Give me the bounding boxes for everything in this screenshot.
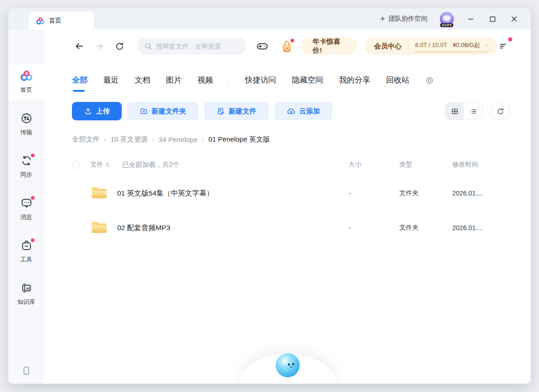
file-size: -: [349, 224, 399, 232]
transfer-icon: [20, 112, 33, 125]
tab-hidden-space[interactable]: 隐藏空间: [292, 75, 323, 86]
notification-dot: [31, 154, 35, 157]
games-button[interactable]: [254, 38, 271, 54]
app-tab-home[interactable]: 首页: [29, 12, 94, 30]
file-row[interactable]: 01 英文版54集（中英文字幕） - 文件夹 2026.01....: [72, 178, 509, 208]
column-header-modified[interactable]: 修改时间: [452, 160, 509, 169]
quota-progress-bar: [415, 51, 487, 53]
new-file-icon: [217, 107, 225, 115]
team-space-label: 团队协作空间: [389, 15, 427, 23]
breadcrumb-item[interactable]: 34 Penelope: [159, 136, 197, 143]
svg-text:AI: AI: [26, 286, 30, 291]
message-icon: [20, 197, 33, 209]
file-modified: 2026.01....: [452, 224, 509, 232]
sidebar-item-messages[interactable]: 消息: [8, 191, 44, 227]
file-list: 01 英文版54集（中英文字幕） - 文件夹 2026.01....: [72, 178, 509, 247]
sidebar-label-tools: 工具: [20, 255, 32, 264]
view-controls: [445, 102, 509, 120]
sidebar-item-home[interactable]: 首页: [8, 64, 44, 100]
upload-label: 上传: [96, 107, 110, 116]
upload-button[interactable]: 上传: [72, 102, 122, 120]
tab-images[interactable]: 图片: [166, 75, 182, 86]
mobile-app-button[interactable]: [8, 365, 44, 376]
sidebar-label-knowledge: 知识库: [18, 298, 36, 306]
gamepad-icon: [256, 40, 269, 53]
tab-quick-access[interactable]: 快捷访问: [245, 75, 276, 86]
new-file-button[interactable]: 新建文件: [204, 102, 269, 120]
refresh-button[interactable]: [113, 38, 127, 54]
row-checkbox-placeholder: [72, 224, 79, 232]
member-center-label: 会员中心: [374, 42, 402, 51]
team-space-button[interactable]: + 团队协作空间: [380, 15, 427, 23]
quota-used: 8.0T / 10.0T: [415, 42, 447, 48]
search-icon: [144, 42, 152, 50]
cloud-add-button[interactable]: 云添加: [274, 102, 332, 120]
file-size: -: [349, 190, 399, 197]
notification-dot: [31, 238, 35, 242]
tab-all[interactable]: 全部: [72, 75, 88, 86]
promo-banner[interactable]: 年卡惊喜价!: [302, 37, 357, 55]
action-bar: 上传 新建文件夹: [72, 102, 509, 120]
gift-button[interactable]: [278, 38, 296, 54]
search-bar[interactable]: [137, 38, 247, 54]
column-header-type[interactable]: 类型: [399, 160, 452, 169]
column-header-name[interactable]: 文件: [90, 160, 109, 169]
minimize-button[interactable]: [466, 14, 475, 24]
list-view-button[interactable]: [464, 103, 482, 119]
tab-title: 首页: [49, 17, 61, 25]
breadcrumb-item[interactable]: 全部文件: [72, 135, 100, 144]
new-folder-button[interactable]: 新建文件夹: [127, 102, 199, 120]
breadcrumb-item[interactable]: 10 英文资源: [111, 135, 148, 144]
menu-icon: [498, 42, 508, 51]
sidebar-label-sync: 同步: [20, 171, 32, 179]
notification-dot: [508, 37, 512, 42]
sidebar-item-tools[interactable]: 工具: [8, 233, 44, 269]
file-name: 01 英文版54集（中英文字幕）: [117, 189, 349, 198]
grid-view-button[interactable]: [445, 103, 464, 119]
sidebar-item-sync[interactable]: 同步: [8, 148, 44, 184]
name-column-label: 文件: [90, 160, 103, 169]
refresh-list-button[interactable]: [491, 102, 509, 120]
sidebar-item-knowledge[interactable]: AI 知识库: [8, 276, 44, 312]
table-header: 文件 已全部加载，共2个 大小 类型 修改时间: [72, 158, 509, 172]
promo-label: 年卡惊喜价!: [313, 37, 346, 55]
chevron-right-icon: ›: [486, 42, 487, 48]
titlebar-right: + 团队协作空间 SVIP5: [380, 8, 531, 30]
app-body: 首页 传输: [8, 30, 531, 384]
tab-settings-button[interactable]: [425, 76, 434, 85]
ai-knowledge-icon: AI: [20, 282, 33, 294]
toolbar: 年卡惊喜价! 会员中心 8.0T / 10.0T ¥0.08/G起 ›: [72, 37, 509, 55]
avatar-face: [443, 15, 450, 21]
sidebar-label-transfer: 传输: [20, 128, 32, 137]
file-row[interactable]: 02 配套音频MP3 - 文件夹 2026.01....: [72, 213, 509, 243]
search-input[interactable]: [156, 42, 239, 50]
tab-videos[interactable]: 视频: [197, 75, 213, 86]
tab-recent[interactable]: 最近: [103, 75, 119, 86]
tab-my-shares[interactable]: 我的分享: [339, 75, 370, 86]
file-type: 文件夹: [399, 224, 452, 232]
column-header-size[interactable]: 大小: [349, 160, 399, 169]
vip-badge: SVIP5: [440, 23, 453, 27]
upload-icon: [84, 107, 92, 115]
maximize-button[interactable]: [488, 14, 497, 24]
tab-recycle-bin[interactable]: 回收站: [386, 75, 409, 86]
back-button[interactable]: [72, 38, 86, 54]
file-name: 02 配套音频MP3: [117, 223, 349, 233]
breadcrumb-separator: /: [152, 136, 154, 143]
divider: [229, 77, 229, 85]
tab-documents[interactable]: 文档: [135, 75, 150, 86]
member-center[interactable]: 会员中心 8.0T / 10.0T ¥0.08/G起 ›: [365, 37, 497, 55]
select-all-checkbox[interactable]: [72, 161, 79, 168]
close-button[interactable]: [509, 14, 519, 24]
sidebar-item-transfer[interactable]: 传输: [8, 106, 44, 142]
main-menu-button[interactable]: [497, 39, 509, 53]
sidebar-label-messages: 消息: [20, 213, 32, 221]
quota-price: ¥0.08/G起: [453, 41, 480, 49]
forward-button[interactable]: [92, 38, 106, 54]
bubble-mascot-icon: [274, 351, 301, 378]
storage-quota: 8.0T / 10.0T ¥0.08/G起 ›: [415, 40, 487, 53]
ai-assistant-mascot[interactable]: [274, 351, 301, 380]
main-content: 年卡惊喜价! 会员中心 8.0T / 10.0T ¥0.08/G起 ›: [44, 30, 531, 384]
avatar[interactable]: SVIP5: [440, 12, 454, 26]
folder-icon: [90, 185, 108, 202]
